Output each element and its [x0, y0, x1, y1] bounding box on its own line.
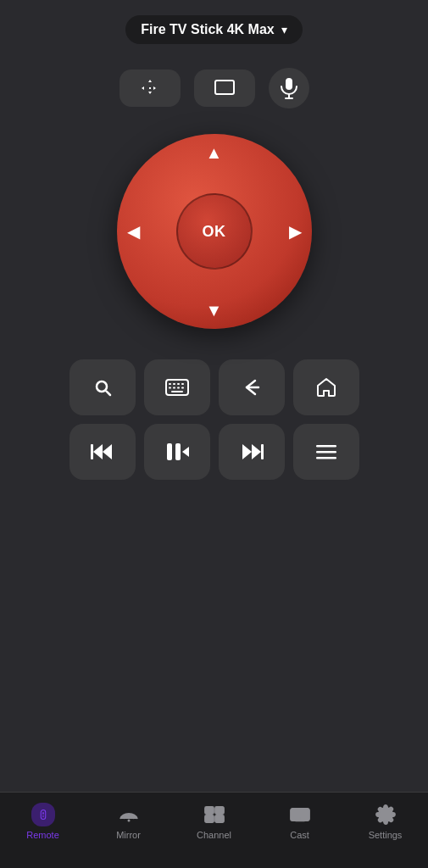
svg-rect-10	[173, 387, 175, 389]
svg-rect-13	[171, 391, 183, 392]
svg-rect-11	[177, 387, 180, 389]
svg-rect-26	[41, 810, 45, 820]
rewind-button[interactable]	[69, 424, 136, 480]
dpad-left-button[interactable]: ◀	[127, 223, 140, 240]
dpad-up-button[interactable]: ▲	[206, 144, 223, 161]
svg-rect-23	[316, 445, 336, 448]
svg-rect-32	[215, 807, 224, 814]
dpad: ▲ ▼ ◀ ▶ OK	[117, 134, 312, 329]
svg-rect-16	[91, 444, 93, 459]
settings-icon	[374, 803, 397, 826]
chevron-down-icon: ▾	[281, 23, 287, 36]
device-name: Fire TV Stick 4K Max	[141, 22, 274, 37]
svg-point-27	[42, 812, 43, 814]
svg-marker-20	[242, 444, 252, 459]
svg-rect-12	[181, 387, 184, 389]
action-buttons-grid	[69, 359, 359, 480]
svg-rect-28	[42, 815, 43, 816]
svg-rect-33	[205, 815, 214, 822]
menu-button[interactable]	[293, 424, 359, 480]
channel-icon	[203, 803, 226, 826]
back-button[interactable]	[219, 359, 285, 415]
tab-mirror-label: Mirror	[116, 830, 141, 840]
svg-rect-6	[173, 383, 175, 385]
dpad-down-button[interactable]: ▼	[206, 302, 223, 319]
svg-rect-34	[215, 815, 224, 822]
svg-rect-25	[316, 457, 336, 459]
move-button[interactable]	[120, 70, 181, 107]
svg-rect-22	[261, 444, 264, 459]
svg-rect-1	[286, 78, 292, 90]
dpad-ring: ▲ ▼ ◀ ▶ OK	[117, 134, 312, 329]
tab-mirror[interactable]: Mirror	[95, 803, 163, 840]
mirror-icon	[117, 803, 141, 826]
svg-rect-8	[181, 383, 184, 385]
device-selector[interactable]: Fire TV Stick 4K Max ▾	[125, 15, 302, 44]
svg-rect-9	[169, 387, 171, 389]
svg-point-30	[127, 820, 130, 822]
dpad-ok-button[interactable]: OK	[176, 193, 253, 270]
tab-settings-label: Settings	[369, 830, 403, 840]
toolbar	[120, 68, 309, 108]
svg-rect-31	[205, 807, 214, 814]
svg-marker-14	[103, 444, 112, 459]
mic-button[interactable]	[269, 68, 309, 108]
tab-settings[interactable]: Settings	[352, 803, 420, 840]
tab-bar: Remote Mirror Channel	[0, 792, 428, 868]
svg-rect-0	[215, 81, 234, 94]
play-pause-button[interactable]	[144, 424, 210, 480]
svg-rect-24	[316, 451, 336, 453]
tab-remote[interactable]: Remote	[9, 803, 77, 840]
search-button[interactable]	[69, 359, 136, 415]
svg-rect-29	[42, 816, 43, 817]
tab-channel[interactable]: Channel	[181, 803, 248, 840]
svg-marker-21	[252, 444, 261, 459]
dpad-right-button[interactable]: ▶	[289, 223, 302, 240]
dpad-ok-label: OK	[203, 223, 226, 241]
tab-channel-label: Channel	[197, 830, 231, 840]
tab-cast-label: Cast	[290, 830, 309, 840]
svg-rect-17	[167, 443, 172, 460]
screen-button[interactable]	[194, 70, 255, 107]
fast-forward-button[interactable]	[219, 424, 285, 480]
remote-icon	[31, 803, 55, 826]
tab-cast[interactable]: Cast	[266, 803, 334, 840]
keyboard-button[interactable]	[144, 359, 210, 415]
home-button[interactable]	[293, 359, 359, 415]
tab-remote-label: Remote	[26, 830, 59, 840]
cast-icon	[288, 803, 312, 826]
svg-marker-19	[182, 447, 189, 457]
svg-rect-5	[169, 383, 171, 385]
svg-marker-15	[93, 444, 103, 459]
svg-rect-7	[177, 383, 180, 385]
svg-rect-18	[175, 443, 181, 460]
